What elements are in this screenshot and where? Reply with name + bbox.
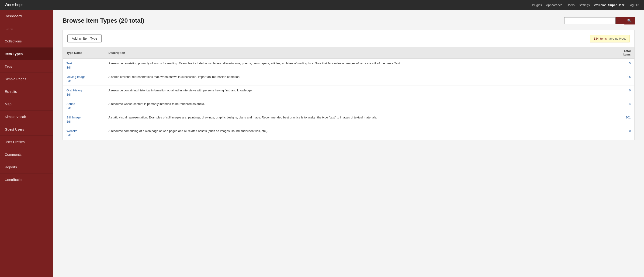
items-table: Type Name Description TotalItems Text Ed… [63,47,634,140]
edit-link[interactable]: Edit [66,120,101,123]
sidebar-item-user-profiles[interactable]: User Profiles [0,136,53,148]
table-row: Oral History Edit A resource containing … [63,86,634,99]
table-row: Text Edit A resource consisting primaril… [63,59,634,72]
edit-link[interactable]: Edit [66,93,101,96]
table-row: Sound Edit A resource whose content is p… [63,99,634,113]
count-link[interactable]: 0 [629,129,631,133]
no-type-suffix: have no type. [607,37,626,40]
cell-type-name: Website Edit [63,126,105,140]
cell-description: A resource whose content is primarily in… [105,99,616,113]
count-link[interactable]: 0 [629,88,631,92]
appearance-link[interactable]: Appearance [546,3,562,7]
table-row: Still Image Edit A static visual represe… [63,113,634,126]
edit-link[interactable]: Edit [66,66,101,69]
type-name-link[interactable]: Still Image [66,116,101,119]
sidebar-item-tags[interactable]: Tags [0,60,53,73]
table-row: Moving Image Edit A series of visual rep… [63,72,634,86]
cell-total: 4 [616,99,634,113]
sidebar-item-items[interactable]: Items [0,22,53,35]
table-row: Website Edit A resource comprising of a … [63,126,634,140]
col-header-total: TotalItems [616,47,634,59]
cell-type-name: Sound Edit [63,99,105,113]
top-nav: Workshops Plugins Appearance Users Setti… [0,0,644,10]
type-name-link[interactable]: Website [66,129,101,133]
search-bar: ⋯ 🔍 [564,17,635,24]
type-name-link[interactable]: Moving Image [66,75,101,78]
cell-description: A series of visual representations that,… [105,72,616,86]
type-name-link[interactable]: Text [66,62,101,65]
cell-total: 5 [616,59,634,72]
col-header-type-name: Type Name [63,47,105,59]
cell-type-name: Still Image Edit [63,113,105,126]
edit-link[interactable]: Edit [66,106,101,110]
sidebar-item-collections[interactable]: Collections [0,35,53,48]
cell-type-name: Text Edit [63,59,105,72]
type-name-link[interactable]: Sound [66,102,101,106]
users-link[interactable]: Users [566,3,574,7]
nav-links: Plugins Appearance Users Settings Welcom… [532,3,639,7]
count-link[interactable]: 4 [629,102,631,106]
no-type-notice: 134 items have no type. [590,35,630,42]
sidebar-item-contribution[interactable]: Contribution [0,174,53,186]
content-panel: Add an Item Type 134 items have no type.… [62,30,635,140]
main-header: Browse Item Types (20 total) ⋯ 🔍 [62,17,635,24]
col-header-description: Description [105,47,616,59]
welcome-text: Welcome, Super User [594,3,624,7]
count-link[interactable]: 15 [628,75,631,78]
cell-description: A static visual representation. Examples… [105,113,616,126]
cell-type-name: Moving Image Edit [63,72,105,86]
cell-total: 201 [616,113,634,126]
count-link[interactable]: 201 [626,116,631,119]
search-button[interactable]: 🔍 [624,17,635,24]
no-type-link[interactable]: 134 items [594,37,607,40]
cell-description: A resource containing historical informa… [105,86,616,99]
layout: Dashboard Items Collections Item Types T… [0,10,644,277]
sidebar-item-guest-users[interactable]: Guest Users [0,123,53,136]
cell-description: A resource consisting primarily of words… [105,59,616,72]
count-link[interactable]: 5 [629,62,631,65]
type-name-link[interactable]: Oral History [66,88,101,92]
table-body: Text Edit A resource consisting primaril… [63,59,634,140]
settings-link[interactable]: Settings [579,3,590,7]
sidebar-item-simple-vocab[interactable]: Simple Vocab [0,110,53,123]
action-bar: Add an Item Type 134 items have no type. [63,30,634,47]
page-title: Browse Item Types (20 total) [62,17,144,24]
sidebar-item-comments[interactable]: Comments [0,148,53,161]
sidebar-item-exhibits[interactable]: Exhibits [0,85,53,98]
search-options-button[interactable]: ⋯ [616,17,624,24]
logout-link[interactable]: Log Out [628,3,639,7]
sidebar: Dashboard Items Collections Item Types T… [0,10,53,277]
edit-link[interactable]: Edit [66,80,101,83]
add-item-type-button[interactable]: Add an Item Type [68,34,102,42]
cell-total: 0 [616,126,634,140]
plugins-link[interactable]: Plugins [532,3,542,7]
site-title: Workshops [5,3,23,7]
edit-link[interactable]: Edit [66,134,101,137]
search-input[interactable] [564,17,616,24]
cell-description: A resource comprising of a web page or w… [105,126,616,140]
sidebar-item-dashboard[interactable]: Dashboard [0,10,53,22]
sidebar-item-simple-pages[interactable]: Simple Pages [0,73,53,85]
cell-total: 0 [616,86,634,99]
main-content: Browse Item Types (20 total) ⋯ 🔍 Add an … [53,10,644,277]
cell-total: 15 [616,72,634,86]
cell-type-name: Oral History Edit [63,86,105,99]
sidebar-item-item-types[interactable]: Item Types [0,48,53,60]
table-header: Type Name Description TotalItems [63,47,634,59]
sidebar-item-map[interactable]: Map [0,98,53,110]
sidebar-item-reports[interactable]: Reports [0,161,53,174]
